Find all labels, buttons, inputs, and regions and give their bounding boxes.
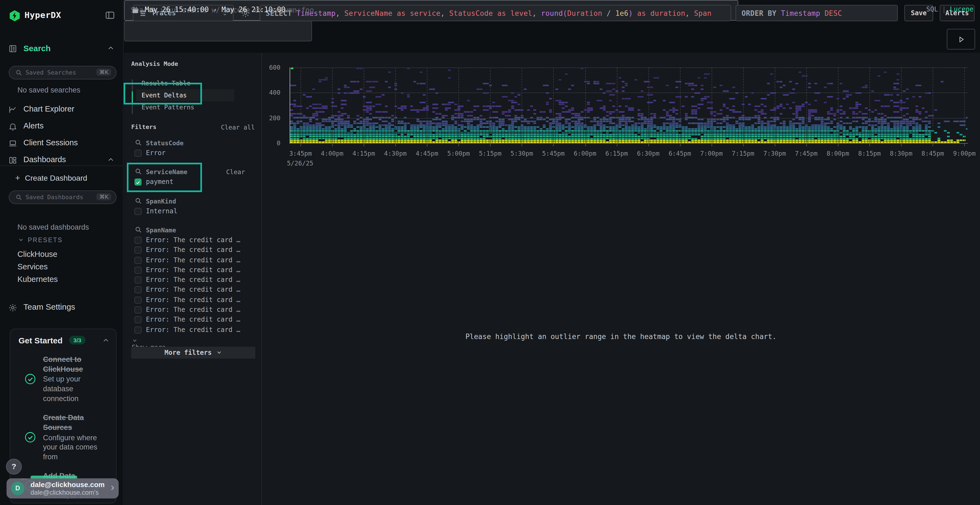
sidebar-collapse-icon[interactable] [105, 10, 115, 21]
filter-checkbox-row[interactable]: Error: The credit card … [134, 266, 260, 275]
filter-group-label-statuscode: StatusCode [146, 139, 184, 147]
plus-icon: + [15, 173, 20, 182]
x-tick-mark [364, 144, 364, 146]
filter-value-label: payment [146, 178, 249, 186]
sidebar-item-search[interactable]: Search [0, 43, 124, 57]
x-gridline-over-band [617, 127, 617, 143]
filter-group-label-spankind: SpanKind [146, 197, 176, 205]
filter-checkbox-row[interactable]: Error: The credit card … [134, 246, 260, 255]
clear-filter-button[interactable]: Clear [226, 168, 245, 176]
filter-value-label: Error: The credit card … [146, 306, 249, 313]
order-by-input[interactable]: ORDER BY Timestamp DESC [735, 5, 898, 21]
more-filters-button[interactable]: More filters [131, 347, 255, 359]
checkbox[interactable] [134, 326, 142, 333]
checkbox[interactable] [134, 150, 142, 157]
search-icon[interactable] [134, 139, 142, 146]
chevron-up-icon[interactable] [102, 337, 110, 344]
search-icon[interactable] [134, 197, 142, 204]
analysis-mode-option-event-patterns[interactable]: Event Patterns [136, 101, 234, 113]
help-button[interactable]: ? [6, 459, 22, 475]
filter-checkbox-row[interactable]: Error: The credit card … [134, 316, 260, 325]
checkbox[interactable] [134, 286, 142, 294]
x-tick-mark [459, 144, 459, 146]
search-icon[interactable] [134, 168, 142, 176]
preset-item-services[interactable]: Services [18, 262, 48, 271]
filter-checkbox-row[interactable]: Error: The credit card … [134, 326, 260, 334]
lucene-mode-button[interactable]: Lucene [950, 5, 974, 13]
query-language-toggle: SQL | Lucene [926, 5, 974, 13]
get-started-header[interactable]: Get Started 3/3 [10, 329, 116, 350]
chevron-right-icon [109, 484, 116, 491]
heatmap-panel: 0200400600 3:45pm4:00pm4:15pm4:30pm4:45p… [262, 53, 980, 505]
x-tick-label: 6:00pm [569, 150, 601, 157]
search-icon[interactable] [134, 226, 142, 233]
user-profile-chip[interactable]: D dale@clickhouse.com dale@clickhouse.co… [6, 478, 119, 499]
checkbox[interactable] [134, 296, 142, 303]
filter-checkbox-row[interactable]: Error: The credit card … [134, 296, 260, 305]
checkbox[interactable] [134, 316, 142, 324]
filter-value-label: Error: The credit card … [146, 236, 249, 244]
get-started-step[interactable]: Create Data SourcesConfigure where your … [10, 408, 116, 466]
create-dashboard-button[interactable]: +Create Dashboard [15, 173, 87, 182]
clear-all-filters-button[interactable]: Clear all [221, 124, 255, 131]
chevron-up-icon[interactable] [107, 156, 115, 163]
sidebar-item-alerts[interactable]: Alerts [0, 120, 124, 134]
preset-item-kubernetes[interactable]: Kubernetes [18, 275, 58, 284]
checkbox-checked[interactable] [134, 179, 142, 186]
get-started-step-text: Connect to ClickHouseSet up your databas… [43, 355, 108, 403]
hidden-row-sliver [21, 473, 77, 478]
checkbox[interactable] [134, 257, 142, 264]
chevron-up-icon[interactable] [107, 44, 115, 52]
filter-checkbox-row[interactable]: Error: The credit card … [134, 236, 260, 245]
x-tick-label: 6:45pm [663, 150, 696, 157]
checkbox[interactable] [134, 237, 142, 244]
checkbox[interactable] [134, 246, 142, 254]
checkbox[interactable] [134, 276, 142, 284]
saved-dashboards-field[interactable] [25, 192, 96, 203]
x-tick-label: 6:15pm [600, 150, 633, 157]
toggle-separator: | [942, 5, 950, 13]
date-range-picker[interactable]: May 26 15:40:00 - May 26 21:10:00 [124, 21, 312, 41]
filter-checkbox-row[interactable]: Error: The credit card … [134, 276, 260, 284]
filter-checkbox-row[interactable]: Error: The credit card … [134, 286, 260, 295]
checkbox[interactable] [134, 306, 142, 313]
saved-dashboards-input[interactable]: ⌘K [9, 191, 116, 204]
team-settings-label: Team Settings [24, 302, 75, 311]
latency-heatmap-canvas[interactable] [290, 67, 967, 143]
filter-checkbox-row[interactable]: Error: The credit card … [134, 306, 260, 314]
chart-icon [8, 105, 18, 114]
filter-value-label: Error: The credit card … [146, 286, 249, 294]
preset-item-clickhouse[interactable]: ClickHouse [18, 250, 57, 259]
sidebar-header: HyperDX [0, 8, 124, 27]
checkbox[interactable] [134, 267, 142, 274]
analysis-mode-option-event-deltas[interactable]: Event Deltas [136, 89, 234, 101]
run-query-button[interactable] [947, 29, 975, 49]
get-started-step-title: Create Data Sources [43, 413, 108, 433]
y-axis-line [290, 67, 290, 143]
laptop-icon [8, 139, 18, 148]
sidebar-item-client-sessions[interactable]: Client Sessions [0, 137, 124, 151]
filter-checkbox-row[interactable]: Error [134, 149, 260, 158]
date-range-value: May 26 15:40:00 - May 26 21:10:00 [145, 5, 286, 14]
filter-checkbox-row[interactable]: payment [134, 178, 260, 187]
filter-checkbox-row[interactable]: Error: The credit card … [134, 256, 260, 265]
get-started-step[interactable]: Connect to ClickHouseSet up your databas… [10, 350, 116, 408]
delta-chart-empty-message: Please highlight an outlier range in the… [262, 332, 980, 341]
sidebar-item-chart-explorer[interactable]: Chart Explorer [0, 103, 124, 118]
sql-mode-button[interactable]: SQL [926, 5, 938, 13]
filter-checkbox-row[interactable]: Internal [134, 207, 260, 216]
sidebar-item-dashboards[interactable]: Dashboards [0, 154, 124, 168]
saved-searches-input[interactable]: ⌘K [9, 66, 116, 79]
x-gridline-over-band [427, 127, 427, 143]
presets-toggle[interactable]: PRESETS [18, 237, 63, 243]
checkbox[interactable] [134, 208, 142, 215]
x-gridline-over-band [554, 127, 554, 143]
x-tick-label: 5:00pm [442, 150, 475, 157]
analysis-mode-option-results-table[interactable]: Results Table [136, 77, 234, 89]
x-gridline-over-band [648, 127, 649, 143]
sidebar-item-team-settings[interactable]: Team Settings [0, 302, 124, 314]
filters-title: Filters [131, 124, 156, 130]
sql-token: DESC [820, 9, 842, 17]
saved-searches-field[interactable] [25, 67, 96, 78]
x-gridline-over-band [775, 127, 775, 143]
